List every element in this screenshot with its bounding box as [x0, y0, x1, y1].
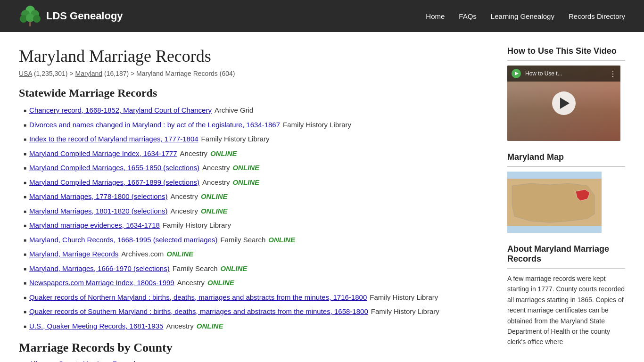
provider-text: Ancestry: [177, 278, 205, 288]
list-item: Chancery record, 1668-1852, Maryland Cou…: [24, 105, 488, 116]
nav-faqs[interactable]: FAQs: [459, 12, 477, 20]
record-link[interactable]: U.S., Quaker Meeting Records, 1681-1935: [29, 321, 163, 332]
logo-area[interactable]: LDS Genealogy: [19, 5, 123, 27]
video-thumbnail[interactable]: How to Use t... ⋮: [507, 66, 620, 141]
video-options-icon[interactable]: ⋮: [609, 69, 617, 78]
record-link[interactable]: Maryland Compiled Marriage Index, 1634-1…: [29, 148, 177, 159]
online-badge: ONLINE: [197, 321, 223, 332]
online-badge: ONLINE: [232, 163, 259, 173]
record-link[interactable]: Quaker records of Northern Maryland : bi…: [29, 292, 367, 303]
online-badge: ONLINE: [210, 148, 237, 159]
page-title: Maryland Marriage Records: [19, 46, 488, 66]
county-record-link[interactable]: Allegany County Marriage Records: [29, 359, 139, 362]
record-link[interactable]: Divorces and names changed in Maryland :…: [29, 120, 280, 131]
record-link[interactable]: Maryland Marriages, 1778-1800 (selection…: [29, 191, 167, 202]
record-link[interactable]: Newspapers.com Marriage Index, 1800s-199…: [29, 278, 174, 288]
record-link[interactable]: Maryland marriage evidences, 1634-1718: [29, 220, 160, 231]
provider-text: Ancestry: [202, 163, 230, 173]
list-item: Maryland Marriages, 1778-1800 (selection…: [24, 191, 488, 202]
online-badge: ONLINE: [201, 206, 228, 217]
record-link[interactable]: Maryland Compiled Marriages, 1655-1850 (…: [29, 163, 199, 173]
record-link[interactable]: Maryland, Church Records, 1668-1995 (sel…: [29, 235, 217, 246]
map-svg: [507, 172, 602, 233]
breadcrumb: USA (1,235,301) > Maryland (16,187) > Ma…: [19, 70, 488, 77]
provider-text: Family History Library: [163, 220, 231, 231]
video-logo-icon: [511, 68, 521, 79]
statewide-record-list: Chancery record, 1668-1852, Maryland Cou…: [19, 105, 488, 331]
record-link[interactable]: Maryland, Marriage Records: [29, 249, 118, 260]
record-link[interactable]: Quaker records of Southern Maryland : bi…: [29, 306, 368, 317]
svg-rect-6: [29, 22, 31, 26]
nav-records[interactable]: Records Directory: [569, 12, 625, 20]
about-text: A few marriage records were kept startin…: [507, 273, 625, 347]
statewide-section-title: Statewide Marriage Records: [19, 87, 488, 99]
list-item: Quaker records of Northern Maryland : bi…: [24, 292, 488, 303]
video-title: How to Use t...: [525, 70, 562, 77]
breadcrumb-usa[interactable]: USA: [19, 70, 32, 77]
record-link[interactable]: Chancery record, 1668-1852, Maryland Cou…: [29, 105, 212, 116]
county-section-title: Marriage Records by County: [19, 341, 488, 355]
provider-text: Family History Library: [201, 134, 270, 145]
main-nav: Home FAQs Learning Genealogy Records Dir…: [426, 12, 625, 20]
provider-text: Ancestry: [171, 191, 198, 202]
sidebar: How to Use This Site Video How to Use t.…: [507, 46, 625, 362]
about-section-title: About Maryland Marriage Records: [507, 244, 625, 264]
content-area: Maryland Marriage Records USA (1,235,301…: [0, 32, 644, 362]
video-play-button[interactable]: [552, 91, 576, 115]
breadcrumb-current: Maryland Marriage Records (604): [136, 70, 235, 77]
record-link[interactable]: Maryland Marriages, 1801-1820 (selection…: [29, 206, 167, 217]
map-section-title: Maryland Map: [507, 152, 625, 162]
list-item: Maryland marriage evidences, 1634-1718 F…: [24, 220, 488, 231]
record-link[interactable]: Maryland, Marriages, 1666-1970 (selectio…: [29, 263, 170, 274]
list-item: Maryland, Marriage Records Archives.com …: [24, 249, 488, 260]
tree-icon: [19, 5, 41, 27]
online-badge: ONLINE: [201, 191, 228, 202]
divider: [507, 60, 625, 61]
online-badge: ONLINE: [232, 177, 259, 188]
provider-text: Family Search: [173, 263, 218, 274]
about-section: About Maryland Marriage Records A few ma…: [507, 244, 625, 347]
county-record-list: Allegany County Marriage Records: [19, 359, 488, 362]
list-item: Maryland Compiled Marriages, 1667-1899 (…: [24, 177, 488, 188]
svg-rect-12: [507, 226, 602, 233]
nav-learning[interactable]: Learning Genealogy: [491, 12, 554, 20]
provider-text: Ancestry: [166, 321, 193, 332]
provider-text: Family History Library: [370, 292, 438, 303]
list-item: Index to the record of Maryland marriage…: [24, 134, 488, 145]
provider-text: Ancestry: [171, 206, 198, 217]
provider-text: Family History Library: [283, 120, 351, 131]
page-wrapper: Maryland Marriage Records USA (1,235,301…: [0, 32, 644, 362]
play-triangle-icon: [560, 98, 570, 109]
provider-text: Archives.com: [121, 249, 164, 260]
divider: [507, 268, 625, 269]
provider-text: Ancestry: [180, 148, 207, 159]
record-link[interactable]: Maryland Compiled Marriages, 1667-1899 (…: [29, 177, 199, 188]
online-badge: ONLINE: [221, 263, 248, 274]
list-item: Quaker records of Southern Maryland : bi…: [24, 306, 488, 317]
breadcrumb-maryland[interactable]: Maryland: [75, 70, 102, 77]
provider-text: Ancestry: [202, 177, 230, 188]
record-link[interactable]: Index to the record of Maryland marriage…: [29, 134, 198, 145]
map-section: Maryland Map: [507, 152, 625, 233]
online-badge: ONLINE: [268, 235, 295, 246]
video-overlay: How to Use t... ⋮: [507, 66, 620, 82]
list-item: Divorces and names changed in Maryland :…: [24, 120, 488, 131]
list-item: Newspapers.com Marriage Index, 1800s-199…: [24, 278, 488, 288]
online-badge: ONLINE: [207, 278, 234, 288]
list-item: Maryland, Church Records, 1668-1995 (sel…: [24, 235, 488, 246]
provider-text: Archive Grid: [215, 105, 254, 116]
list-item: U.S., Quaker Meeting Records, 1681-1935 …: [24, 321, 488, 332]
list-item: Maryland, Marriages, 1666-1970 (selectio…: [24, 263, 488, 274]
provider-text: Family History Library: [371, 306, 439, 317]
nav-home[interactable]: Home: [426, 12, 445, 20]
maryland-map[interactable]: [507, 172, 602, 233]
divider: [507, 166, 625, 167]
list-item: Allegany County Marriage Records: [24, 359, 488, 362]
list-item: Maryland Marriages, 1801-1820 (selection…: [24, 206, 488, 217]
online-badge: ONLINE: [166, 249, 193, 260]
svg-rect-11: [507, 172, 602, 179]
list-item: Maryland Compiled Marriages, 1655-1850 (…: [24, 163, 488, 173]
logo-text: LDS Genealogy: [46, 10, 123, 22]
list-item: Maryland Compiled Marriage Index, 1634-1…: [24, 148, 488, 159]
video-section-title: How to Use This Site Video: [507, 46, 625, 56]
